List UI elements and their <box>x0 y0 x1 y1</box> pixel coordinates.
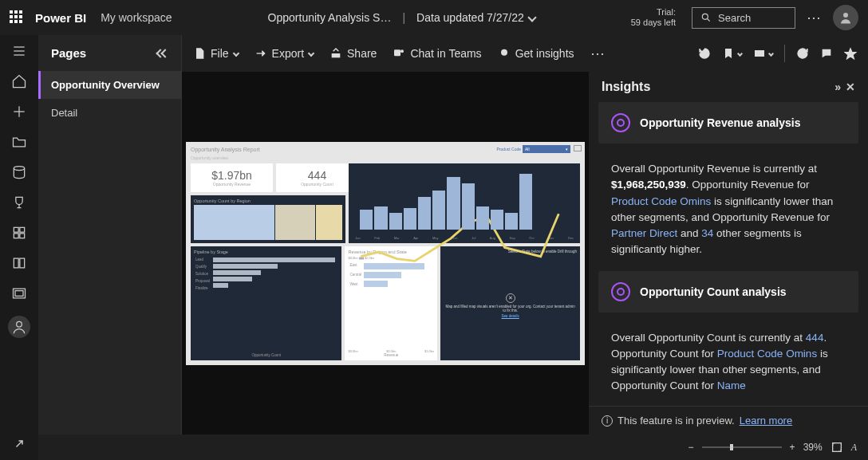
trophy-icon[interactable] <box>11 195 27 210</box>
hbar-chart[interactable]: Revenue by Region and State $0.0bn ▮▮▮ $… <box>345 246 437 360</box>
toolbar-more-icon[interactable]: ⋯ <box>590 45 606 62</box>
comment-visual-icon[interactable] <box>574 145 582 151</box>
insight-card-text: Overall Opportunity Revenue is currently… <box>598 151 858 271</box>
insights-header: Insights » ✕ <box>589 72 868 102</box>
report-page: Product Code All▾ Opportunity Analysis R… <box>186 142 585 365</box>
page-item-opportunity-overview[interactable]: Opportunity Overview <box>38 71 181 99</box>
svg-point-8 <box>14 167 24 171</box>
funnel-chart[interactable]: Pipeline by Stage LeadQualifySolutionPro… <box>191 246 341 360</box>
hbar-title: Revenue by Region and State <box>348 250 434 254</box>
report-canvas[interactable]: Product Code All▾ Opportunity Analysis R… <box>182 72 589 434</box>
dropdown-value: All <box>525 147 530 151</box>
file-button[interactable]: File <box>193 47 239 60</box>
svg-point-0 <box>702 14 708 19</box>
teams-icon <box>393 47 405 60</box>
target-icon <box>611 282 630 301</box>
page-item-label: Detail <box>51 107 77 119</box>
user-avatar[interactable] <box>833 5 858 30</box>
map-visual[interactable]: Select a State below to enable Drill thr… <box>440 246 580 360</box>
zoom-in-button[interactable]: + <box>790 442 795 453</box>
search-input[interactable]: Search <box>692 7 795 29</box>
plus-icon[interactable] <box>11 104 27 120</box>
share-button[interactable]: Share <box>329 47 377 60</box>
chat-teams-button[interactable]: Chat in Teams <box>393 47 481 60</box>
workspace-label[interactable]: My workspace <box>101 11 172 24</box>
zoom-out-button[interactable]: − <box>688 442 694 453</box>
app-launcher-icon[interactable] <box>10 10 24 25</box>
accessibility-icon[interactable]: A <box>851 442 857 454</box>
kpi-revenue-value: $1.97bn <box>211 169 252 182</box>
svg-rect-10 <box>20 227 25 232</box>
page-item-detail[interactable]: Detail <box>38 99 181 127</box>
my-workspace-icon[interactable] <box>8 316 30 338</box>
product-code-dropdown[interactable]: All▾ <box>523 145 570 153</box>
chevron-down-icon <box>768 50 774 56</box>
bookmark-icon <box>722 47 735 60</box>
reset-icon[interactable] <box>698 47 711 60</box>
share-label: Share <box>347 47 377 60</box>
insights-title: Insights <box>602 80 650 94</box>
workspaces-icon[interactable] <box>11 285 27 301</box>
region-title: Opportunity Count by Region <box>194 199 342 203</box>
chevron-down-icon <box>527 13 536 22</box>
fit-page-icon[interactable] <box>831 441 843 454</box>
info-icon: i <box>602 415 613 427</box>
collapse-pages-icon[interactable] <box>157 50 168 57</box>
kpi-count-card[interactable]: 444 Opportunity Count <box>276 163 358 192</box>
insights-body[interactable]: Opportunity Revenue analysisOverall Oppo… <box>589 102 868 406</box>
view-button[interactable] <box>753 47 773 60</box>
trial-days: 59 days left <box>631 18 676 28</box>
folder-icon[interactable] <box>11 134 27 150</box>
pages-title: Pages <box>51 46 86 60</box>
export-label: Export <box>272 47 304 60</box>
chat-label: Chat in Teams <box>410 47 481 60</box>
star-icon[interactable] <box>844 47 857 60</box>
report-toolbar: File Export Share Chat in Teams Get insi… <box>182 35 868 72</box>
divider <box>784 45 785 62</box>
close-insights-icon[interactable]: ✕ <box>846 81 855 93</box>
learn-more-link[interactable]: Learn more <box>740 415 792 427</box>
hbar-xlabel: Revenue <box>348 353 434 357</box>
treemap-region[interactable]: Opportunity Count by Region <box>191 195 345 243</box>
kpi-count-label: Opportunity Count <box>301 182 333 187</box>
data-icon[interactable] <box>11 164 27 180</box>
export-button[interactable]: Export <box>254 47 314 60</box>
home-icon[interactable] <box>11 73 27 89</box>
data-updated-button[interactable]: Data updated 7/27/22 <box>416 11 535 24</box>
app-header: Power BI My workspace Opportunity Analys… <box>0 0 868 35</box>
map-hint: Select a State below to enable Drill thr… <box>508 250 577 254</box>
nav-rail <box>0 35 38 460</box>
zoom-value: 39% <box>803 442 823 453</box>
insight-card-text: Overall Opportunity Count is currently a… <box>598 320 858 407</box>
kpi-count-value: 444 <box>308 169 326 182</box>
more-options-icon[interactable]: ⋯ <box>807 9 822 26</box>
map-see-details-link[interactable]: See details <box>502 314 519 318</box>
bookmark-button[interactable] <box>722 47 742 60</box>
target-icon <box>611 113 630 132</box>
svg-point-2 <box>843 13 848 18</box>
collapse-insights-icon[interactable]: » <box>834 81 841 93</box>
refresh-icon[interactable] <box>796 47 809 60</box>
search-icon <box>700 12 712 23</box>
expand-icon[interactable] <box>8 436 27 455</box>
kpi-revenue-card[interactable]: $1.97bn Opportunity Revenue <box>191 163 273 192</box>
status-bar: − + 39% A <box>38 434 868 460</box>
chevron-down-icon <box>308 50 314 57</box>
combo-chart-body[interactable]: JanFebMarAprMayJunJulAugSepOctNovDec <box>349 163 580 243</box>
treemap-body <box>194 205 342 240</box>
brand-label: Power BI <box>35 11 86 25</box>
report-name[interactable]: Opportunity Analysis S… <box>268 11 392 24</box>
insights-panel: Insights » ✕ Opportunity Revenue analysi… <box>589 72 868 434</box>
search-placeholder: Search <box>718 12 751 24</box>
menu-icon[interactable] <box>11 43 27 59</box>
comment-icon[interactable] <box>820 47 833 60</box>
file-icon <box>193 47 206 60</box>
learn-icon[interactable] <box>11 255 27 271</box>
trial-status: Trial: 59 days left <box>631 7 676 28</box>
insights-footer: i This feature is in preview. Learn more <box>589 406 868 434</box>
apps-icon[interactable] <box>11 225 27 241</box>
zoom-slider[interactable] <box>702 446 782 448</box>
get-insights-button[interactable]: Get insights <box>498 47 574 60</box>
header-center: Opportunity Analysis S… | Data updated 7… <box>183 11 620 24</box>
trial-label: Trial: <box>631 7 676 18</box>
